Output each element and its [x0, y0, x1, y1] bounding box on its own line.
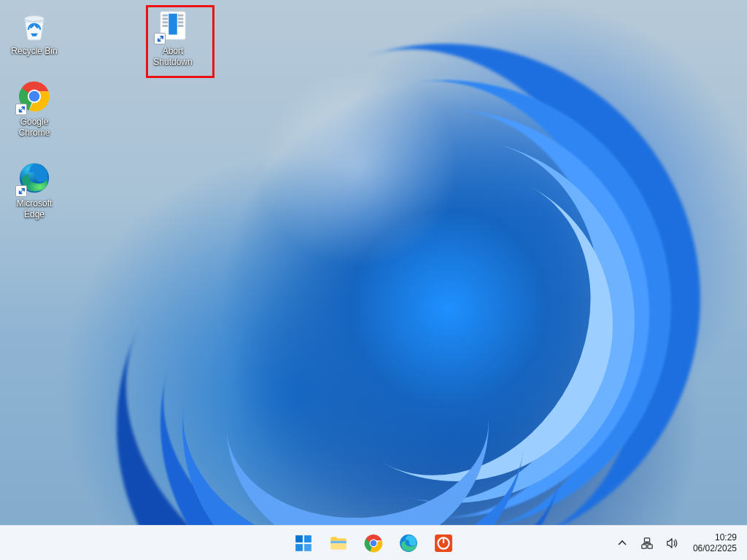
system-tray: 10:29 06/02/2025	[613, 526, 743, 560]
chrome-icon	[364, 534, 383, 553]
tray-volume-button[interactable]	[662, 526, 681, 561]
clock-date: 06/02/2025	[693, 543, 737, 554]
tray-network-button[interactable]	[638, 526, 657, 561]
svg-rect-15	[295, 535, 303, 542]
start-button[interactable]	[288, 528, 319, 559]
desktop-icon-label: Microsoft Edge	[5, 198, 63, 220]
svg-rect-30	[648, 544, 652, 548]
svg-rect-6	[163, 15, 169, 17]
chrome-icon	[17, 79, 52, 114]
desktop[interactable]: Recycle Bin Google	[0, 0, 747, 560]
shortcut-document-icon	[155, 8, 190, 43]
svg-point-0	[25, 16, 44, 22]
network-icon	[640, 537, 654, 550]
svg-point-23	[371, 540, 377, 546]
speaker-icon	[665, 537, 678, 550]
svg-rect-9	[163, 25, 169, 27]
shortcut-arrow-icon	[154, 33, 166, 44]
svg-rect-29	[642, 544, 646, 548]
desktop-icon-google-chrome[interactable]: Google Chrome	[4, 74, 65, 141]
recycle-bin-icon	[17, 8, 52, 43]
svg-rect-13	[178, 25, 184, 27]
windows-logo-icon	[294, 534, 313, 553]
svg-rect-12	[178, 21, 184, 23]
taskbar-pinned-apps	[288, 526, 459, 560]
desktop-icon-label: Google Chrome	[5, 117, 63, 139]
desktop-icon-recycle-bin[interactable]: Recycle Bin	[4, 4, 65, 60]
shortcut-arrow-icon	[15, 185, 27, 197]
desktop-icon-microsoft-edge[interactable]: Microsoft Edge	[4, 156, 65, 223]
chevron-up-icon	[618, 539, 627, 548]
svg-point-3	[29, 91, 40, 102]
power-icon	[434, 534, 453, 553]
svg-rect-14	[169, 14, 177, 35]
svg-rect-18	[304, 544, 311, 551]
desktop-icon-label: Recycle Bin	[11, 46, 57, 57]
svg-rect-8	[163, 21, 169, 23]
svg-rect-16	[304, 535, 311, 542]
taskbar-clock[interactable]: 10:29 06/02/2025	[687, 532, 743, 554]
svg-rect-20	[330, 540, 347, 542]
svg-rect-11	[178, 18, 184, 20]
desktop-icon-label: Abort Shutdown	[144, 46, 202, 68]
desktop-icon-abort-shutdown[interactable]: Abort Shutdown	[142, 4, 204, 71]
taskbar-file-explorer[interactable]	[323, 528, 354, 559]
tray-overflow-button[interactable]	[613, 526, 632, 561]
svg-rect-28	[644, 537, 649, 541]
edge-icon	[17, 160, 52, 195]
svg-rect-10	[178, 15, 184, 17]
svg-rect-7	[163, 18, 169, 20]
taskbar: 10:29 06/02/2025	[0, 525, 747, 560]
shortcut-arrow-icon	[15, 104, 27, 115]
svg-rect-17	[295, 544, 303, 551]
file-explorer-icon	[329, 534, 348, 553]
taskbar-abort-shutdown[interactable]	[428, 528, 459, 559]
taskbar-google-chrome[interactable]	[358, 528, 389, 559]
edge-icon	[399, 534, 418, 553]
taskbar-microsoft-edge[interactable]	[393, 528, 424, 559]
clock-time: 10:29	[693, 532, 737, 543]
